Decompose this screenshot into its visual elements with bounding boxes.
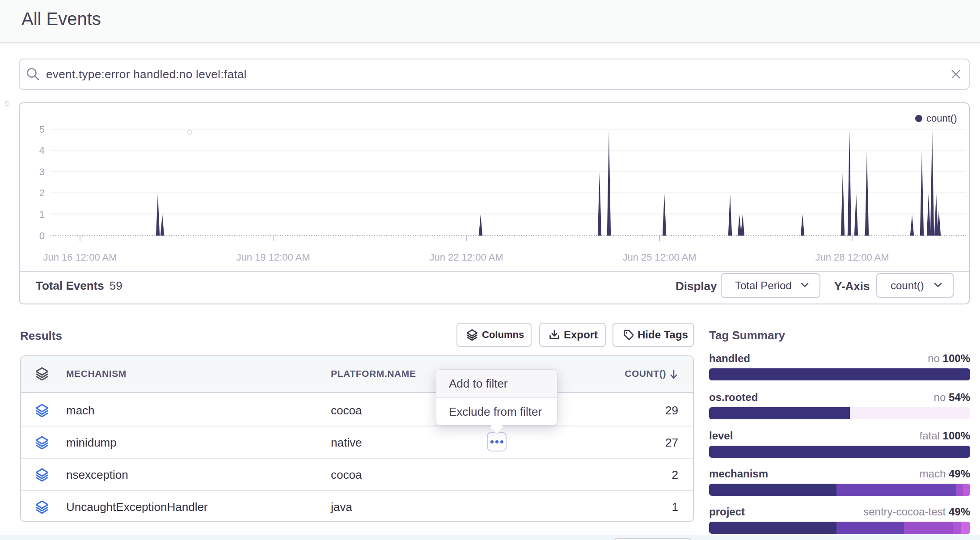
svg-text:Jun 16 12:00 AM: Jun 16 12:00 AM: [43, 252, 117, 263]
svg-text:Jun 22 12:00 AM: Jun 22 12:00 AM: [429, 252, 503, 263]
svg-text:3: 3: [39, 166, 45, 177]
svg-text:Jun 19 12:00 AM: Jun 19 12:00 AM: [236, 252, 310, 263]
svg-text:5: 5: [39, 124, 45, 135]
svg-text:4: 4: [39, 145, 45, 156]
svg-text:0: 0: [39, 230, 45, 241]
svg-text:Jun 25 12:00 AM: Jun 25 12:00 AM: [622, 252, 696, 263]
svg-text:count(): count(): [926, 113, 957, 124]
svg-text:1: 1: [39, 209, 45, 220]
svg-text:2: 2: [39, 187, 45, 198]
svg-text:Jun 28 12:00 AM: Jun 28 12:00 AM: [815, 252, 889, 263]
